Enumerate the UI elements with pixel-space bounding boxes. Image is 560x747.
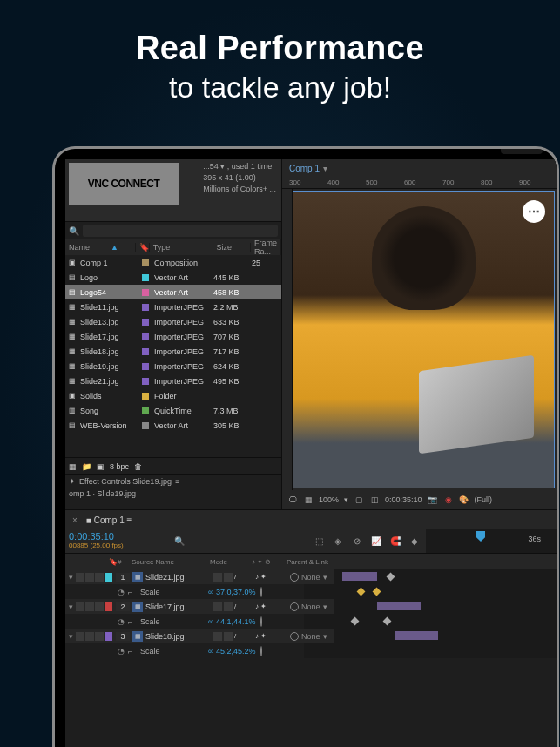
twirl-icon[interactable]: ▾ (65, 602, 76, 611)
layer-color[interactable] (105, 632, 112, 641)
label-swatch[interactable] (142, 422, 149, 429)
search-icon[interactable]: 🔍 (173, 535, 186, 548)
timeline-timecode[interactable]: 0:00:35:10 (69, 531, 165, 542)
display-icon[interactable]: 🖵 (287, 495, 298, 505)
shy-icon[interactable]: ⬚ (313, 535, 325, 548)
layer-property-row[interactable]: ◔ ⌐ Scale ∞ 44.1,44.1% (65, 614, 557, 629)
lock-icon[interactable] (95, 632, 104, 641)
snap-icon[interactable]: 🧲 (389, 535, 401, 548)
label-swatch[interactable] (142, 363, 149, 370)
keyframe-track[interactable] (304, 643, 557, 658)
label-swatch[interactable] (142, 289, 149, 296)
solo-icon[interactable] (85, 632, 94, 641)
layer-bar[interactable] (377, 602, 421, 610)
visibility-icon[interactable] (76, 632, 84, 641)
project-row[interactable]: ▦ Slide11.jpg ImporterJPEG 2.2 MB (65, 299, 281, 314)
time-ruler[interactable]: 36s (426, 529, 557, 553)
layer-color[interactable] (105, 573, 112, 582)
marker-icon[interactable]: ◆ (408, 535, 421, 548)
composition-preview[interactable]: ⋯ (293, 191, 555, 488)
layer-track[interactable] (334, 569, 557, 584)
project-search-input[interactable] (83, 225, 278, 237)
keyframe-track[interactable] (304, 614, 557, 629)
keyframe[interactable] (357, 588, 366, 596)
label-swatch[interactable] (142, 393, 149, 400)
new-comp-icon[interactable]: ▣ (97, 462, 105, 471)
solo-icon[interactable] (85, 602, 94, 611)
project-list[interactable]: ▣ Comp 1 Composition 25▤ Logo Vector Art… (65, 255, 281, 457)
label-swatch[interactable] (142, 274, 149, 281)
grid-icon[interactable]: ▦ (303, 495, 314, 505)
pickwhip-icon[interactable] (290, 632, 299, 641)
keyframe[interactable] (373, 588, 381, 596)
label-swatch[interactable] (142, 333, 149, 340)
twirl-icon[interactable]: ▾ (65, 632, 76, 641)
comp-tab[interactable]: Comp 1 (289, 164, 320, 173)
motion-blur-icon[interactable]: ⊘ (351, 535, 363, 548)
parent-value[interactable]: None (301, 632, 320, 641)
zoom-level[interactable]: 100% (319, 495, 339, 504)
color-icon[interactable]: 🎨 (459, 495, 469, 505)
viewer-timecode[interactable]: 0:00:35:10 (385, 495, 422, 504)
project-row[interactable]: ▤ Logo Vector Art 445 KB (65, 270, 281, 285)
property-value[interactable]: ∞ 37.0,37.0% (208, 588, 260, 596)
project-row[interactable]: ▦ Slide21.jpg ImporterJPEG 495 KB (65, 374, 281, 388)
keyframe[interactable] (387, 573, 395, 582)
project-row[interactable]: ▤ WEB-Version Vector Art 305 KB (65, 418, 281, 433)
layer-row[interactable]: ▾ 3 ▦ Slide18.jpg / ♪ ✦ None▾ (65, 629, 557, 643)
lock-icon[interactable] (95, 602, 104, 611)
playhead[interactable] (476, 531, 485, 542)
trash-icon[interactable]: 🗑 (134, 462, 142, 471)
project-row[interactable]: ▦ Slide17.jpg ImporterJPEG 707 KB (65, 329, 281, 344)
property-value[interactable]: ∞ 45.2,45.2% (208, 647, 260, 656)
stopwatch-icon[interactable]: ◔ (118, 588, 128, 596)
folder-icon[interactable]: 📁 (82, 462, 91, 471)
pickwhip-icon[interactable] (290, 602, 299, 611)
stopwatch-icon[interactable]: ◔ (118, 617, 128, 626)
mode-icon[interactable] (213, 632, 222, 641)
region-icon[interactable]: ◫ (369, 495, 380, 505)
layer-property-row[interactable]: ◔ ⌐ Scale ∞ 45.2,45.2% (65, 643, 557, 658)
project-row[interactable]: ▦ Slide18.jpg ImporterJPEG 717 KB (65, 344, 281, 359)
stopwatch-icon[interactable]: ◔ (118, 647, 128, 656)
bpc-label[interactable]: 8 bpc (110, 462, 129, 471)
resolution-label[interactable]: (Full) (475, 495, 493, 504)
pickwhip-icon[interactable] (290, 573, 299, 582)
project-row[interactable]: ▣ Solids Folder (65, 388, 281, 403)
parent-value[interactable]: None (301, 602, 320, 611)
lock-icon[interactable] (95, 573, 104, 582)
label-swatch[interactable] (142, 348, 149, 355)
visibility-icon[interactable] (76, 602, 84, 611)
draft3d-icon[interactable]: ◈ (332, 535, 344, 548)
layer-name[interactable]: Slide21.jpg (145, 573, 213, 582)
mode-icon[interactable] (213, 573, 222, 582)
keyframe[interactable] (383, 617, 392, 626)
layer-row[interactable]: ▾ 2 ▦ Slide17.jpg / ♪ ✦ None▾ (65, 599, 557, 614)
twirl-icon[interactable]: ▾ (65, 573, 76, 582)
pickwhip-icon[interactable] (260, 646, 262, 656)
pickwhip-icon[interactable] (260, 587, 262, 597)
keyframe[interactable] (351, 617, 360, 626)
visibility-icon[interactable] (76, 573, 84, 582)
ruler-horizontal[interactable]: 300400500600700800900 (282, 177, 557, 189)
project-columns-header[interactable]: Name▲ 🔖 Type Size Frame Ra... (65, 239, 281, 255)
timeline-tab[interactable]: ■ Comp 1 ≡ (86, 515, 132, 525)
label-swatch[interactable] (142, 407, 149, 414)
label-swatch[interactable] (142, 378, 149, 385)
project-row[interactable]: ▤ Logo54 Vector Art 458 KB (65, 285, 281, 299)
layer-bar[interactable] (395, 631, 438, 640)
layer-bar[interactable] (342, 572, 377, 581)
close-icon[interactable]: × (72, 515, 78, 525)
keyframe-track[interactable] (304, 584, 557, 599)
project-row[interactable]: ▣ Comp 1 Composition 25 (65, 255, 281, 270)
layer-color[interactable] (105, 602, 112, 611)
parent-value[interactable]: None (301, 573, 320, 582)
more-button[interactable]: ⋯ (523, 200, 545, 223)
snapshot-icon[interactable]: 📷 (428, 495, 438, 505)
project-row[interactable]: ▥ Song QuickTime 7.3 MB (65, 403, 281, 418)
interpret-icon[interactable]: ▦ (69, 462, 77, 471)
channel-icon[interactable]: ◉ (443, 495, 454, 505)
mask-icon[interactable]: ▢ (354, 495, 364, 505)
graph-icon[interactable]: 📈 (370, 535, 382, 548)
layer-row[interactable]: ▾ 1 ▦ Slide21.jpg / ♪ ✦ None▾ (65, 569, 557, 584)
